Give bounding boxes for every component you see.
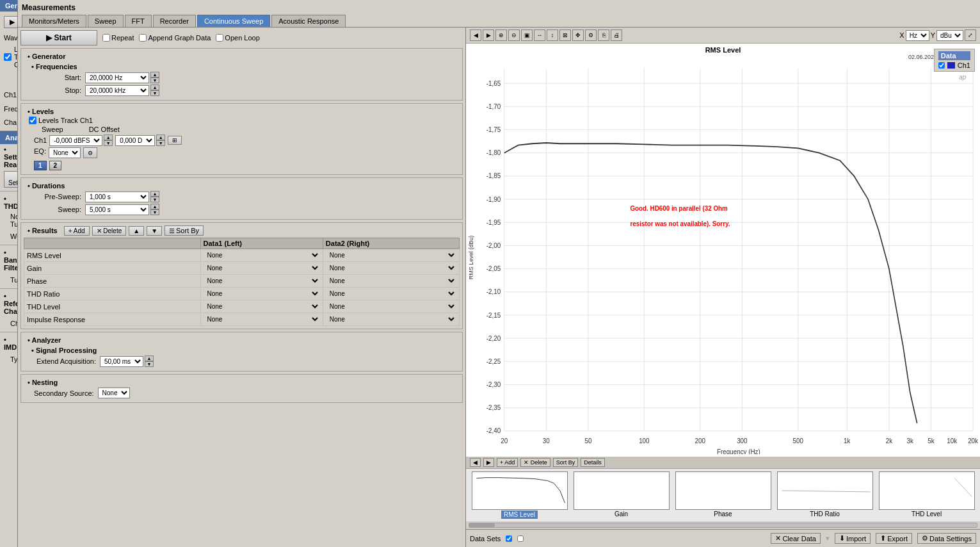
data-sets-cb2[interactable] — [517, 535, 524, 542]
data1-select[interactable]: None — [204, 250, 320, 260]
pre-sweep-select[interactable]: 1,000 s — [85, 192, 149, 202]
ch1-sweep-control[interactable]: -0,000 dBFS ▲ ▼ — [49, 135, 113, 146]
data2-select[interactable]: None — [326, 302, 456, 311]
start-button[interactable]: ▶ Start — [20, 30, 97, 45]
add-button[interactable]: + Add — [64, 226, 90, 236]
export-btn[interactable]: ⬆ Export — [876, 533, 912, 544]
data2-select[interactable]: None — [326, 289, 456, 298]
ch1-dc-control[interactable]: 0,000 D ▲ ▼ — [115, 135, 165, 146]
thumb-add-btn[interactable]: + Add — [497, 458, 518, 467]
result-data1[interactable]: None — [200, 300, 323, 313]
data1-select[interactable]: None — [204, 276, 320, 286]
result-data1[interactable]: None — [200, 275, 323, 288]
import-btn[interactable]: ⬇ Import — [835, 533, 871, 544]
y-axis-unit-select[interactable]: dBu — [936, 30, 963, 41]
stop-up[interactable]: ▲ — [150, 85, 159, 90]
sweep-dur-up[interactable]: ▲ — [150, 204, 159, 209]
extend-acq-down[interactable]: ▼ — [145, 361, 154, 367]
thumb-prev-btn[interactable]: ◀ — [470, 458, 481, 467]
extend-acq-up[interactable]: ▲ — [145, 355, 154, 361]
thumb-thd-level[interactable]: THD Level — [877, 471, 976, 519]
print-icon[interactable]: 🖨 — [611, 29, 622, 41]
move-up-button[interactable]: ▲ — [129, 226, 144, 236]
move-down-button[interactable]: ▼ — [147, 226, 162, 236]
delete-button[interactable]: ✕ Delete — [92, 226, 127, 236]
pre-sweep-up[interactable]: ▲ — [150, 191, 159, 197]
play-button[interactable]: ▶ — [4, 16, 18, 28]
append-checkbox[interactable] — [139, 34, 147, 42]
levels-track-sweep-checkbox[interactable] — [29, 117, 36, 124]
data1-select[interactable]: None — [204, 263, 320, 273]
zoom-x-icon[interactable]: ↔ — [534, 29, 545, 41]
start-down[interactable]: ▼ — [150, 78, 159, 83]
clear-data-btn[interactable]: ✕ Clear Data — [771, 533, 821, 544]
result-data2[interactable]: None — [323, 249, 459, 262]
pre-sweep-down[interactable]: ▼ — [150, 197, 159, 202]
tab-fft[interactable]: FFT — [125, 15, 152, 27]
secondary-source-select[interactable]: None — [98, 388, 130, 398]
data2-select[interactable]: None — [326, 250, 456, 260]
stop-control[interactable]: 20,0000 kHz ▲ ▼ — [85, 85, 159, 96]
result-data1[interactable]: None — [200, 313, 323, 326]
zoom-reset-icon[interactable]: ⊠ — [559, 29, 571, 41]
thumb-gain[interactable]: Gain — [572, 471, 671, 519]
eq-select[interactable]: None — [49, 147, 81, 158]
data-settings-btn[interactable]: ⚙ Data Settings — [917, 533, 976, 544]
thumb-thd-ratio[interactable]: THD Ratio — [775, 471, 874, 519]
zoom-y-icon[interactable]: ↕ — [547, 29, 558, 41]
ch1-sweep-select[interactable]: -0,000 dBFS — [49, 135, 102, 146]
thumb-rms-level[interactable]: RMS Level — [470, 471, 569, 519]
pan-icon[interactable]: ✥ — [572, 29, 584, 41]
open-loop-checkbox[interactable] — [216, 34, 223, 42]
sweep-dur-select[interactable]: 5,000 s — [85, 204, 149, 215]
legend-ch1-checkbox[interactable] — [938, 62, 945, 69]
repeat-checkbox[interactable] — [102, 34, 110, 42]
tab-sweep[interactable]: Sweep — [88, 15, 124, 27]
ch1-dc-down2[interactable]: ▼ — [156, 140, 165, 146]
zoom-out-icon[interactable]: ⊖ — [508, 29, 520, 41]
ch1-dc-up2[interactable]: ▲ — [156, 135, 165, 140]
data2-select[interactable]: None — [326, 314, 456, 324]
sweep-dur-control[interactable]: 5,000 s ▲ ▼ — [85, 204, 159, 215]
thumb-details-btn[interactable]: Details — [581, 458, 605, 467]
data2-select[interactable]: None — [326, 276, 456, 286]
ch1-sweep-down[interactable]: ▼ — [104, 140, 113, 146]
start-up[interactable]: ▲ — [150, 72, 159, 78]
zoom-rect-icon[interactable]: ▣ — [521, 29, 533, 41]
result-data2[interactable]: None — [323, 262, 459, 275]
tab-monitors[interactable]: Monitors/Meters — [22, 15, 86, 27]
result-data2[interactable]: None — [323, 288, 459, 300]
nav-forward-icon[interactable]: ▶ — [483, 29, 494, 41]
result-data2[interactable]: None — [323, 275, 459, 288]
copy-icon[interactable]: ⎘ — [598, 29, 609, 41]
expand-icon[interactable]: ⤢ — [965, 29, 976, 41]
tab-recorder[interactable]: Recorder — [153, 15, 196, 27]
thumb-phase[interactable]: Phase — [673, 471, 773, 519]
pre-sweep-control[interactable]: 1,000 s ▲ ▼ — [85, 191, 159, 202]
ch1-sweep-expand[interactable]: ⊞ — [168, 136, 182, 145]
result-data2[interactable]: None — [323, 313, 459, 326]
stop-select[interactable]: 20,0000 kHz — [85, 85, 149, 96]
thumb-sort-btn[interactable]: Sort By — [553, 458, 579, 467]
data1-select[interactable]: None — [204, 302, 320, 311]
extend-acq-select[interactable]: 50,00 ms — [100, 356, 143, 367]
ch1-dc-select[interactable]: 0,000 D — [115, 135, 155, 146]
data2-select[interactable]: None — [326, 263, 456, 273]
data1-select[interactable]: None — [204, 289, 320, 298]
stop-down[interactable]: ▼ — [150, 90, 159, 96]
result-data1[interactable]: None — [200, 288, 323, 300]
result-data2[interactable]: None — [323, 300, 459, 313]
ch1-sweep-up[interactable]: ▲ — [104, 135, 113, 140]
data-sets-cb1[interactable] — [506, 535, 512, 542]
ch2-btn2[interactable]: 2 — [49, 161, 62, 170]
tab-acoustic-response[interactable]: Acoustic Response — [271, 15, 346, 27]
zoom-icon[interactable]: ⊕ — [495, 29, 507, 41]
data1-select[interactable]: None — [204, 314, 320, 324]
extend-acq-control[interactable]: 50,00 ms ▲ ▼ — [100, 355, 154, 367]
sweep-dur-down[interactable]: ▼ — [150, 209, 159, 215]
thumb-next-btn[interactable]: ▶ — [483, 458, 494, 467]
result-data1[interactable]: None — [200, 249, 323, 262]
thumb-delete-btn[interactable]: ✕ Delete — [520, 458, 550, 467]
start-control[interactable]: 20,0000 Hz ▲ ▼ — [85, 72, 159, 83]
nav-back-icon[interactable]: ◀ — [470, 29, 481, 41]
